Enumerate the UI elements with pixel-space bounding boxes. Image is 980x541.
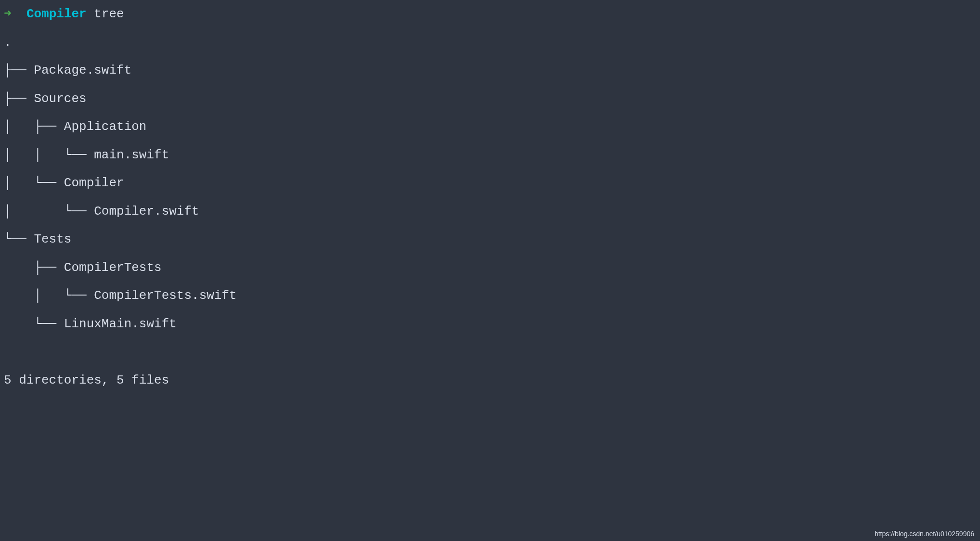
tree-row: ├── Sources [4, 91, 87, 106]
tree-row: ├── CompilerTests [4, 260, 162, 275]
watermark-text: https://blog.csdn.net/u010259906 [875, 530, 974, 537]
tree-row: │ └── CompilerTests.swift [4, 288, 237, 303]
prompt-arrow-icon: ➜ [4, 7, 12, 21]
tree-summary: 5 directories, 5 files [4, 373, 169, 387]
tree-row: │ │ └── main.swift [4, 148, 169, 162]
tree-row: │ ├── Application [4, 119, 146, 134]
terminal-output: ➜ Compiler tree . ├── Package.swift ├── … [0, 0, 980, 394]
tree-row: └── LinuxMain.swift [4, 317, 177, 331]
command-text: tree [94, 7, 124, 21]
tree-root: . [4, 35, 12, 50]
tree-row: └── Tests [4, 232, 71, 246]
tree-row: │ └── Compiler [4, 176, 124, 190]
tree-row: ├── Package.swift [4, 63, 131, 77]
tree-row: │ └── Compiler.swift [4, 204, 199, 219]
prompt-directory: Compiler [26, 7, 87, 21]
